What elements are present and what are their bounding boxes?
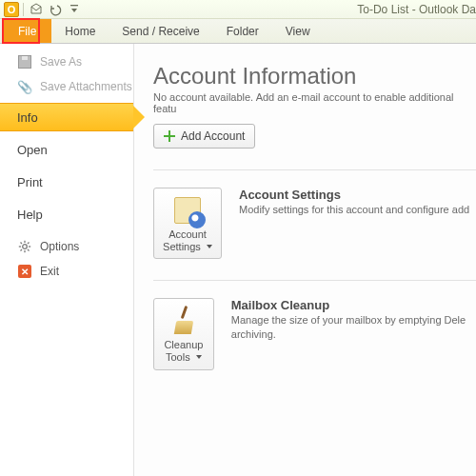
sidebar-options[interactable]: Options bbox=[0, 234, 133, 259]
account-settings-title: Account Settings bbox=[239, 188, 469, 202]
outlook-initial: O bbox=[8, 4, 16, 15]
svg-line-7 bbox=[28, 249, 30, 251]
sidebar-save-as-label: Save As bbox=[40, 55, 82, 69]
tab-home[interactable]: Home bbox=[51, 19, 109, 43]
divider bbox=[153, 169, 476, 170]
divider bbox=[153, 280, 476, 281]
exit-icon: ✕ bbox=[17, 264, 32, 279]
page-subtext: No account available. Add an e-mail acco… bbox=[153, 91, 476, 114]
svg-line-6 bbox=[21, 243, 23, 245]
tab-send-receive[interactable]: Send / Receive bbox=[109, 19, 212, 43]
sidebar-help-label: Help bbox=[17, 208, 43, 222]
tab-folder[interactable]: Folder bbox=[213, 19, 272, 43]
send-receive-all-icon[interactable] bbox=[28, 2, 45, 17]
backstage-sidebar: Save As 📎 Save Attachments Info Open Pri… bbox=[0, 44, 133, 476]
sidebar-save-as: Save As bbox=[0, 50, 133, 74]
cleanup-icon bbox=[168, 307, 200, 335]
svg-rect-0 bbox=[70, 5, 78, 6]
svg-point-1 bbox=[23, 245, 28, 249]
sidebar-open[interactable]: Open bbox=[0, 135, 133, 164]
mailbox-cleanup-title: Mailbox Cleanup bbox=[231, 298, 476, 312]
page-heading: Account Information bbox=[153, 63, 476, 89]
svg-line-9 bbox=[21, 249, 23, 251]
qat-customize-icon[interactable] bbox=[66, 2, 83, 17]
mailbox-cleanup-text: Mailbox Cleanup Manage the size of your … bbox=[231, 298, 476, 369]
save-icon bbox=[17, 54, 32, 69]
svg-line-8 bbox=[28, 243, 30, 245]
section-account-settings: Account Settings Account Settings Modify… bbox=[153, 188, 476, 259]
sidebar-save-attachments: 📎 Save Attachments bbox=[0, 74, 133, 99]
undo-icon[interactable] bbox=[47, 2, 64, 17]
sidebar-help[interactable]: Help bbox=[0, 200, 133, 228]
quick-access-toolbar: O bbox=[0, 2, 83, 17]
qat-separator bbox=[23, 3, 24, 16]
sidebar-print-label: Print bbox=[17, 175, 43, 189]
cleanup-tools-btn-label: Cleanup Tools bbox=[164, 339, 203, 363]
chevron-down-icon bbox=[193, 351, 202, 363]
chevron-down-icon bbox=[204, 241, 212, 252]
backstage-view: Save As 📎 Save Attachments Info Open Pri… bbox=[0, 44, 476, 476]
attachment-icon: 📎 bbox=[17, 79, 32, 94]
section-mailbox-cleanup: Cleanup Tools Mailbox Cleanup Manage the… bbox=[153, 298, 476, 369]
outlook-app-icon[interactable]: O bbox=[4, 2, 19, 17]
sidebar-open-label: Open bbox=[17, 143, 48, 157]
title-bar: O To-Do List - Outlook Da bbox=[0, 0, 476, 19]
sidebar-save-attachments-label: Save Attachments bbox=[40, 80, 132, 93]
account-settings-button[interactable]: Account Settings bbox=[153, 188, 222, 259]
account-settings-desc: Modify settings for this account and con… bbox=[239, 203, 469, 216]
sidebar-exit[interactable]: ✕ Exit bbox=[0, 259, 133, 284]
mailbox-cleanup-desc: Manage the size of your mailbox by empty… bbox=[231, 313, 476, 341]
plus-icon bbox=[164, 130, 175, 142]
backstage-content: Account Information No account available… bbox=[133, 44, 476, 476]
ribbon-tabs: File Home Send / Receive Folder View bbox=[0, 19, 476, 44]
sidebar-info-label: Info bbox=[17, 110, 38, 125]
account-settings-text: Account Settings Modify settings for thi… bbox=[239, 188, 469, 259]
tab-view[interactable]: View bbox=[272, 19, 324, 43]
sidebar-info[interactable]: Info bbox=[0, 103, 133, 131]
sidebar-options-label: Options bbox=[40, 240, 79, 253]
add-account-label: Add Account bbox=[181, 129, 245, 143]
account-settings-btn-label: Account Settings bbox=[163, 228, 212, 252]
account-settings-icon bbox=[171, 196, 204, 225]
options-icon bbox=[17, 239, 32, 254]
sidebar-print[interactable]: Print bbox=[0, 168, 133, 196]
sidebar-exit-label: Exit bbox=[40, 265, 59, 278]
window-title: To-Do List - Outlook Da bbox=[357, 0, 476, 19]
add-account-button[interactable]: Add Account bbox=[153, 124, 255, 149]
tab-file[interactable]: File bbox=[3, 19, 51, 43]
cleanup-tools-button[interactable]: Cleanup Tools bbox=[153, 298, 214, 369]
